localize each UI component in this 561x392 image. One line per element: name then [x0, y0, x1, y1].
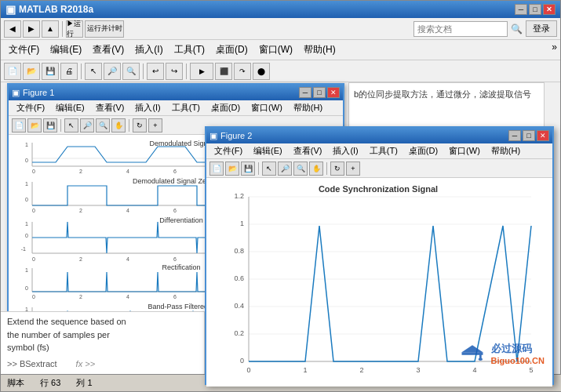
toolbar-back-btn[interactable]: ◀: [4, 20, 21, 38]
figure1-minimize[interactable]: ─: [299, 87, 311, 98]
fig2-menu-help[interactable]: 帮助(H): [486, 143, 525, 158]
fig2-menu-insert[interactable]: 插入(I): [328, 143, 362, 158]
fig2-datacursor-btn[interactable]: +: [346, 162, 360, 176]
fig1-pan-btn[interactable]: ✋: [111, 118, 126, 132]
zoom-out-btn[interactable]: 🔍: [122, 63, 140, 80]
sep2: [81, 64, 82, 79]
fig2-menu-file[interactable]: 文件(F): [209, 143, 247, 158]
fig2-menu-desktop[interactable]: 桌面(D): [404, 143, 443, 158]
figure1-titlebar: ▣ Figure 1 ─ □ ✕: [9, 85, 343, 100]
search-icon[interactable]: 🔍: [511, 24, 523, 34]
fig1-save-btn[interactable]: 💾: [43, 118, 57, 132]
statusbar-script-label: 脚本: [7, 377, 24, 389]
fig1-menu-help[interactable]: 帮助(H): [289, 100, 327, 115]
close-button[interactable]: ✕: [543, 4, 556, 15]
menu-expand-icon[interactable]: »: [552, 42, 557, 58]
pointer-btn[interactable]: ↖: [85, 63, 102, 80]
fig1-sep1: [60, 119, 61, 132]
fig2-zoom-in-btn[interactable]: 🔎: [278, 162, 292, 176]
fig1-menu-file[interactable]: 文件(F): [12, 100, 49, 115]
menu-help[interactable]: 帮助(H): [299, 42, 341, 58]
menu-desktop[interactable]: 桌面(D): [211, 42, 253, 58]
matlab-window: ▣ MATLAB R2018a ─ □ ✕ ◀ ▶ ▲ ▶运行 运行并计时 🔍 …: [0, 0, 561, 392]
y-label-02: 0.2: [234, 329, 244, 337]
fig1-menu-view[interactable]: 查看(V): [91, 100, 129, 115]
fig1-new-btn[interactable]: 📄: [12, 118, 26, 132]
search-input[interactable]: [413, 21, 508, 37]
figure2-minimize[interactable]: ─: [508, 130, 521, 141]
fig1-rotate-btn[interactable]: ↻: [133, 118, 147, 132]
graduation-cap-icon: [458, 339, 486, 368]
s3-x4: 4: [126, 256, 129, 262]
print-btn[interactable]: 🖨: [60, 63, 78, 80]
maximize-button[interactable]: □: [529, 4, 541, 15]
x-label-2: 2: [359, 366, 363, 374]
figure1-maximize[interactable]: □: [313, 87, 326, 98]
debug-btn[interactable]: ⬛: [215, 63, 232, 80]
fig2-menu-edit[interactable]: 编辑(E): [249, 143, 287, 158]
fig2-pan-btn[interactable]: ✋: [309, 162, 323, 176]
chart-title: Code Synchronization Signal: [319, 184, 438, 194]
step-btn[interactable]: ↷: [234, 63, 251, 80]
figure2-toolbar: 📄 📂 💾 ↖ 🔎 🔍 ✋ ↻ +: [206, 159, 552, 178]
figure1-close[interactable]: ✕: [327, 87, 340, 98]
sep4: [186, 64, 187, 79]
fig2-zoom-out-btn[interactable]: 🔍: [293, 162, 308, 176]
fig2-rotate-btn[interactable]: ↻: [330, 162, 344, 176]
menu-view[interactable]: 查看(V): [88, 42, 129, 58]
login-button[interactable]: 登录: [526, 20, 557, 37]
fig2-menu-tools[interactable]: 工具(T): [365, 143, 403, 158]
undo-btn[interactable]: ↩: [147, 63, 164, 80]
right-panel-description: b的位同步提取方法，通过微分，滤波提取信号: [354, 88, 539, 101]
run-btn[interactable]: ▶运行: [66, 20, 83, 38]
fig2-pointer-btn[interactable]: ↖: [262, 162, 276, 176]
open-btn[interactable]: 📂: [23, 63, 40, 80]
breakpoint-btn[interactable]: ⬤: [253, 63, 270, 80]
figure2-close[interactable]: ✕: [537, 130, 549, 141]
zoom-in-btn[interactable]: 🔎: [104, 63, 121, 80]
minimize-button[interactable]: ─: [515, 4, 527, 15]
menu-insert[interactable]: 插入(I): [130, 42, 167, 58]
watermark-text-block: 必过源码 Biguo100.CN: [491, 342, 545, 365]
fig1-zoom-out-btn[interactable]: 🔍: [96, 118, 110, 132]
fig2-sep2: [326, 162, 327, 175]
x-label-0: 0: [246, 366, 250, 374]
fig2-open-btn[interactable]: 📂: [225, 162, 239, 176]
sep1: [62, 21, 63, 37]
fig1-menu-tools[interactable]: 工具(T): [167, 100, 205, 115]
fig1-datacursor-btn[interactable]: +: [148, 118, 162, 132]
s1-x4: 4: [126, 169, 129, 174]
fig1-menu-desktop[interactable]: 桌面(D): [206, 100, 245, 115]
fig1-menu-window[interactable]: 窗口(W): [246, 100, 287, 115]
fig1-pointer-btn[interactable]: ↖: [64, 118, 78, 132]
figure1-menubar: 文件(F) 编辑(E) 查看(V) 插入(I) 工具(T) 桌面(D) 窗口(W…: [9, 100, 343, 116]
fig2-menu-view[interactable]: 查看(V): [289, 143, 327, 158]
s3-x2: 2: [79, 256, 82, 262]
s4-x2: 2: [79, 294, 82, 299]
menu-window[interactable]: 窗口(W): [254, 42, 297, 58]
fig1-open-btn[interactable]: 📂: [27, 118, 42, 132]
figure1-icon: ▣: [12, 88, 20, 98]
fig1-menu-edit[interactable]: 编辑(E): [51, 100, 89, 115]
s2-x0: 0: [32, 208, 35, 213]
fig2-menu-window[interactable]: 窗口(W): [444, 143, 485, 158]
menu-edit[interactable]: 编辑(E): [46, 42, 86, 58]
fig1-menu-insert[interactable]: 插入(I): [130, 100, 165, 115]
matlab-toolbar: 📄 📂 💾 🖨 ↖ 🔎 🔍 ↩ ↪ ▶ ⬛ ↷ ⬤: [1, 60, 560, 82]
fig1-zoom-in-btn[interactable]: 🔎: [80, 118, 94, 132]
figure2-maximize[interactable]: □: [523, 130, 535, 141]
fig2-save-btn[interactable]: 💾: [241, 162, 255, 176]
redo-btn[interactable]: ↪: [166, 63, 183, 80]
save-btn[interactable]: 💾: [42, 63, 59, 80]
new-file-btn[interactable]: 📄: [4, 63, 21, 80]
run-script-btn[interactable]: ▶: [190, 63, 213, 80]
fig1-s3-yn1: -1: [21, 246, 26, 252]
fig2-new-btn[interactable]: 📄: [209, 162, 224, 176]
toolbar-up-btn[interactable]: ▲: [42, 20, 59, 38]
menu-file[interactable]: 文件(F): [4, 42, 44, 58]
menu-tools[interactable]: 工具(T): [169, 42, 209, 58]
sep3: [143, 64, 144, 79]
run-timing-btn[interactable]: 运行并计时: [85, 20, 124, 38]
matlab-menubar: 文件(F) 编辑(E) 查看(V) 插入(I) 工具(T) 桌面(D) 窗口(W…: [1, 40, 560, 60]
toolbar-forward-btn[interactable]: ▶: [23, 20, 40, 38]
